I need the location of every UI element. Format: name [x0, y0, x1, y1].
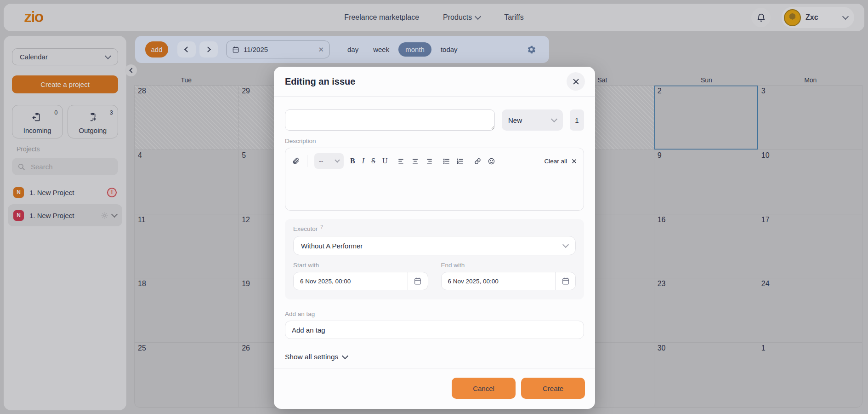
- avatar: [784, 9, 801, 26]
- end-date-field[interactable]: 6 Nov 2025, 00:00: [441, 272, 576, 290]
- bullet-list-icon[interactable]: [443, 157, 450, 165]
- sidebar-collapse-button[interactable]: [125, 64, 137, 76]
- calendar-day-cell[interactable]: 4: [135, 150, 238, 214]
- notifications-button[interactable]: [751, 8, 771, 27]
- start-date-group: Start with 6 Nov 2025, 00:00: [293, 262, 428, 290]
- calendar-day-cell[interactable]: 2: [654, 86, 758, 150]
- chevron-down-icon: [562, 242, 569, 248]
- start-date-field[interactable]: 6 Nov 2025, 00:00: [293, 272, 428, 290]
- project-item-1[interactable]: N 1. New Project !: [8, 181, 122, 203]
- day-number: 1: [761, 344, 766, 352]
- toolbar-divider: [307, 155, 307, 167]
- help-icon[interactable]: ?: [320, 224, 323, 230]
- prev-month-button[interactable]: [177, 41, 196, 58]
- calendar-day-cell[interactable]: 30: [654, 343, 758, 407]
- attachment-icon[interactable]: [292, 157, 300, 165]
- description-editor[interactable]: -- B I S U Clear all: [285, 148, 584, 211]
- bold-button[interactable]: B: [350, 157, 356, 165]
- projects-heading: Projects: [17, 145, 40, 153]
- app-root: zio Freelance marketplace Products Tarif…: [0, 0, 868, 414]
- day-number: 12: [242, 216, 250, 224]
- project-name: 1. New Project: [29, 189, 102, 196]
- day-number: 23: [658, 280, 666, 288]
- executor-select[interactable]: Without A Performer: [293, 236, 576, 255]
- align-left-icon[interactable]: [397, 157, 405, 165]
- calendar-settings-button[interactable]: [524, 44, 539, 55]
- executor-value: Without A Performer: [301, 242, 363, 250]
- view-selector-value: Calendar: [20, 53, 48, 61]
- underline-button[interactable]: U: [382, 157, 388, 165]
- view-selector[interactable]: Calendar: [12, 48, 118, 65]
- calendar-day-cell[interactable]: 25: [135, 343, 238, 407]
- description-content[interactable]: [285, 169, 584, 201]
- calendar-day-cell[interactable]: 28: [135, 86, 238, 150]
- calendar-day-cell[interactable]: 9: [654, 150, 758, 214]
- outgoing-label: Outgoing: [79, 126, 107, 134]
- project-initial-badge: N: [13, 187, 24, 198]
- numbered-list-icon[interactable]: [456, 157, 464, 165]
- align-right-icon[interactable]: [425, 157, 433, 165]
- calendar-toolbar: add 11/2025 ✕ day week month today: [135, 36, 549, 63]
- emoji-icon[interactable]: [488, 157, 495, 165]
- view-month-button[interactable]: month: [398, 42, 431, 57]
- project-settings-gear-icon[interactable]: [101, 212, 108, 219]
- strikethrough-button[interactable]: S: [371, 157, 376, 165]
- user-name: Zxc: [806, 13, 839, 22]
- calendar-day-cell[interactable]: 3: [758, 86, 862, 150]
- modal-body: New 1 Description -- B I: [274, 97, 595, 368]
- calendar-day-cell[interactable]: 18: [135, 278, 238, 343]
- user-menu[interactable]: Zxc: [782, 7, 854, 28]
- create-button[interactable]: Create: [521, 378, 585, 399]
- add-event-button[interactable]: add: [145, 41, 168, 58]
- clear-date-icon[interactable]: ✕: [318, 46, 324, 53]
- calendar-day-cell[interactable]: 1: [758, 343, 862, 407]
- view-day-button[interactable]: day: [342, 46, 364, 53]
- link-icon[interactable]: [474, 157, 482, 165]
- chevron-down-icon: [342, 353, 348, 359]
- nav-products[interactable]: Products: [443, 13, 480, 22]
- calendar-day-cell[interactable]: 24: [758, 278, 862, 343]
- start-date-label: Start with: [293, 262, 428, 269]
- create-project-button[interactable]: Create a project: [12, 75, 118, 93]
- modal-footer: Cancel Create: [274, 368, 595, 409]
- day-number: 9: [658, 151, 662, 159]
- chevron-down-icon[interactable]: [111, 211, 118, 218]
- calendar-day-cell[interactable]: 10: [758, 150, 862, 214]
- show-all-settings-button[interactable]: Show all settings: [285, 353, 347, 361]
- day-header: Tue: [134, 76, 238, 84]
- chevron-left-icon: [129, 68, 134, 73]
- incoming-card[interactable]: 0 Incoming: [12, 105, 63, 138]
- status-select[interactable]: New: [502, 109, 563, 131]
- italic-button[interactable]: I: [362, 157, 365, 165]
- end-date-picker-button[interactable]: [555, 272, 575, 290]
- calendar-day-cell[interactable]: 17: [758, 214, 862, 279]
- sidebar: Calendar Create a project 0 Incoming 3 O…: [4, 36, 126, 410]
- next-month-button[interactable]: [199, 41, 218, 58]
- start-date-picker-button[interactable]: [408, 272, 428, 290]
- search-input[interactable]: [30, 162, 99, 171]
- issue-title-input[interactable]: [285, 109, 495, 131]
- project-item-2[interactable]: N 1. New Project: [8, 204, 122, 226]
- calendar-day-cell[interactable]: 23: [654, 278, 758, 343]
- outgoing-card[interactable]: 3 Outgoing: [68, 105, 119, 138]
- nav-label: Freelance marketplace: [344, 13, 419, 22]
- view-today-button[interactable]: today: [435, 46, 463, 53]
- view-week-button[interactable]: week: [368, 46, 395, 53]
- nav-label: Products: [443, 13, 472, 22]
- calendar-icon: [414, 277, 422, 285]
- project-search[interactable]: [12, 158, 118, 175]
- clear-all-button[interactable]: Clear all: [544, 158, 577, 165]
- modal-title: Editing an issue: [285, 76, 567, 87]
- month-picker-field[interactable]: 11/2025 ✕: [226, 40, 330, 58]
- cancel-button[interactable]: Cancel: [452, 378, 516, 399]
- modal-close-button[interactable]: [567, 72, 585, 91]
- calendar-day-cell[interactable]: 11: [135, 214, 238, 279]
- nav-freelance-marketplace[interactable]: Freelance marketplace: [344, 13, 419, 22]
- project-initial-badge: N: [13, 210, 24, 221]
- format-select[interactable]: --: [314, 153, 344, 169]
- nav-tariffs[interactable]: Tariffs: [504, 13, 523, 22]
- tag-label: Add an tag: [285, 310, 584, 317]
- tag-input[interactable]: [285, 321, 584, 339]
- align-center-icon[interactable]: [411, 157, 419, 165]
- calendar-day-cell[interactable]: 16: [654, 214, 758, 279]
